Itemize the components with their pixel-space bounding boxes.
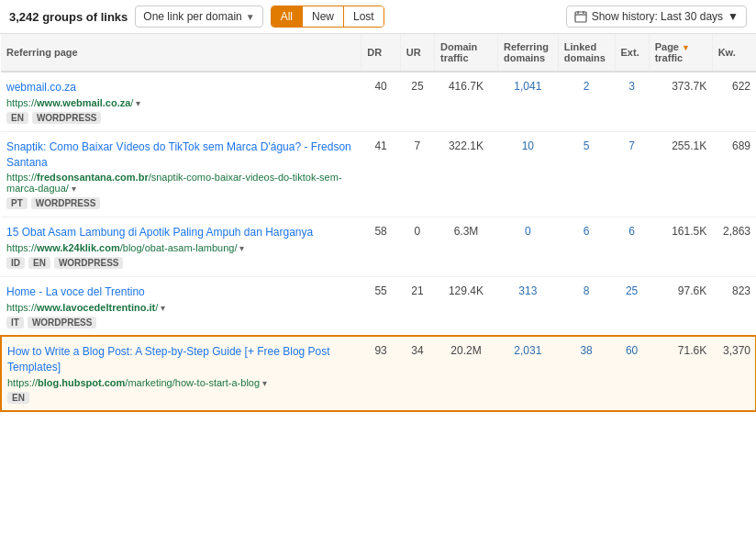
td-referring-domains-link[interactable]: 0 bbox=[525, 225, 531, 238]
th-page-traffic[interactable]: Page ▼traffic bbox=[649, 34, 712, 72]
show-history-dropdown[interactable]: Show history: Last 30 days ▼ bbox=[566, 6, 747, 28]
td-referring-domains[interactable]: 10 bbox=[497, 131, 558, 217]
td-ext-link[interactable]: 25 bbox=[626, 284, 638, 297]
tag-row: IDENWORDPRESS bbox=[6, 257, 356, 269]
filter-all-button[interactable]: All bbox=[272, 6, 303, 27]
filter-group: All New Lost bbox=[271, 6, 384, 28]
url-chevron-icon[interactable]: ▾ bbox=[69, 184, 76, 194]
td-referring-domains-link[interactable]: 1,041 bbox=[514, 80, 541, 93]
td-ext[interactable]: 60 bbox=[615, 336, 649, 411]
tag-badge: EN bbox=[6, 112, 28, 124]
page-title-link[interactable]: 15 Obat Asam Lambung di Apotik Paling Am… bbox=[6, 225, 356, 240]
svg-rect-0 bbox=[575, 12, 586, 22]
td-referring-domains[interactable]: 1,041 bbox=[497, 72, 558, 131]
url-chevron-icon[interactable]: ▾ bbox=[260, 378, 267, 388]
td-ext[interactable]: 6 bbox=[615, 217, 649, 277]
table-row: webmail.co.zahttps://www.webmail.co.za/ … bbox=[1, 72, 756, 131]
td-ur: 21 bbox=[400, 277, 434, 337]
tag-badge: WORDPRESS bbox=[31, 197, 101, 209]
table-header-row: Referring page DR UR Domaintraffic Refer… bbox=[1, 34, 756, 72]
page-url: https://www.k24klik.com/blog/obat-asam-l… bbox=[6, 242, 244, 253]
td-ext-link[interactable]: 3 bbox=[628, 80, 635, 93]
filter-new-button[interactable]: New bbox=[303, 6, 344, 27]
td-dr: 93 bbox=[361, 336, 400, 411]
td-kw: 689 bbox=[712, 131, 756, 217]
page-domain-link[interactable]: blog.hubspot.com bbox=[38, 377, 125, 388]
td-ext-link[interactable]: 60 bbox=[626, 344, 638, 357]
td-ext[interactable]: 25 bbox=[615, 277, 649, 337]
page-domain-link[interactable]: www.k24klik.com bbox=[37, 242, 120, 253]
td-linked-domains[interactable]: 5 bbox=[558, 131, 615, 217]
table-row: Home - La voce del Trentinohttps://www.l… bbox=[1, 277, 756, 337]
td-linked-domains[interactable]: 2 bbox=[558, 72, 615, 131]
td-dr: 41 bbox=[361, 131, 400, 217]
td-linked-domains-link[interactable]: 2 bbox=[584, 80, 590, 93]
td-ext-link[interactable]: 6 bbox=[628, 225, 635, 238]
chevron-down-icon: ▼ bbox=[246, 12, 255, 22]
td-linked-domains-link[interactable]: 5 bbox=[584, 139, 590, 152]
td-dr: 58 bbox=[361, 217, 400, 277]
td-kw: 622 bbox=[712, 72, 756, 131]
td-referring-domains-link[interactable]: 10 bbox=[522, 139, 534, 152]
table-row: 15 Obat Asam Lambung di Apotik Paling Am… bbox=[1, 217, 756, 277]
th-dr[interactable]: DR bbox=[361, 34, 400, 72]
td-referring-domains[interactable]: 2,031 bbox=[497, 336, 558, 411]
td-kw: 2,863 bbox=[712, 217, 756, 277]
td-linked-domains-link[interactable]: 6 bbox=[584, 225, 590, 238]
td-dr: 40 bbox=[361, 72, 400, 131]
tag-row: PTWORDPRESS bbox=[6, 197, 356, 209]
url-chevron-icon[interactable]: ▾ bbox=[158, 303, 165, 313]
table-wrapper: Referring page DR UR Domaintraffic Refer… bbox=[0, 34, 756, 412]
tag-row: ITWORDPRESS bbox=[6, 317, 356, 329]
tag-badge: WORDPRESS bbox=[54, 257, 124, 269]
page-domain-link[interactable]: fredsonsantana.com.br bbox=[37, 172, 149, 183]
td-referring-page: webmail.co.zahttps://www.webmail.co.za/ … bbox=[1, 72, 361, 131]
td-referring-domains-link[interactable]: 313 bbox=[518, 284, 537, 297]
td-referring-domains[interactable]: 0 bbox=[497, 217, 558, 277]
tag-badge: WORDPRESS bbox=[28, 317, 97, 329]
page-title-link[interactable]: Snaptik: Como Baixar Vídeos do TikTok se… bbox=[6, 139, 356, 171]
td-ext[interactable]: 7 bbox=[615, 131, 649, 217]
td-ext-link[interactable]: 7 bbox=[628, 139, 635, 152]
td-ur: 25 bbox=[400, 72, 434, 131]
th-referring-page[interactable]: Referring page bbox=[1, 34, 361, 72]
page-title-link[interactable]: How to Write a Blog Post: A Step-by-Step… bbox=[7, 344, 356, 375]
td-referring-domains[interactable]: 313 bbox=[497, 277, 558, 337]
tag-badge: PT bbox=[6, 197, 28, 209]
table-row: How to Write a Blog Post: A Step-by-Step… bbox=[1, 336, 756, 411]
td-page-traffic: 97.6K bbox=[649, 277, 712, 337]
page-url: https://fredsonsantana.com.br/snaptik-co… bbox=[6, 172, 356, 194]
filter-lost-button[interactable]: Lost bbox=[344, 6, 384, 27]
th-kw[interactable]: Kw. bbox=[712, 34, 756, 72]
one-link-per-domain-dropdown[interactable]: One link per domain ▼ bbox=[135, 6, 262, 28]
td-domain-traffic: 322.1K bbox=[434, 131, 497, 217]
groups-count-label: 3,242 groups of links bbox=[9, 10, 128, 24]
td-referring-page: How to Write a Blog Post: A Step-by-Step… bbox=[1, 336, 361, 411]
page-title-link[interactable]: webmail.co.za bbox=[6, 80, 356, 95]
td-linked-domains-link[interactable]: 38 bbox=[580, 344, 592, 357]
th-ur[interactable]: UR bbox=[400, 34, 434, 72]
td-linked-domains[interactable]: 6 bbox=[558, 217, 615, 277]
td-referring-page: Home - La voce del Trentinohttps://www.l… bbox=[1, 277, 361, 337]
td-linked-domains-link[interactable]: 8 bbox=[584, 284, 590, 297]
page-domain-link[interactable]: www.lavocedeltrentino.it bbox=[37, 302, 155, 313]
td-ext[interactable]: 3 bbox=[615, 72, 649, 131]
th-ext[interactable]: Ext. bbox=[615, 34, 649, 72]
td-kw: 823 bbox=[712, 277, 756, 337]
chevron-down-icon: ▼ bbox=[728, 10, 739, 23]
page-domain-link[interactable]: www.webmail.co.za bbox=[37, 97, 130, 108]
page-title-link[interactable]: Home - La voce del Trentino bbox=[6, 284, 356, 300]
page-url: https://www.lavocedeltrentino.it/ ▾ bbox=[6, 302, 165, 313]
toolbar: 3,242 groups of links One link per domai… bbox=[0, 0, 756, 34]
td-page-traffic: 255.1K bbox=[649, 131, 712, 217]
th-linked-domains[interactable]: Linkeddomains bbox=[558, 34, 615, 72]
th-domain-traffic[interactable]: Domaintraffic bbox=[434, 34, 497, 72]
td-linked-domains[interactable]: 8 bbox=[558, 277, 615, 337]
url-chevron-icon[interactable]: ▾ bbox=[133, 98, 140, 108]
td-linked-domains[interactable]: 38 bbox=[558, 336, 615, 411]
th-referring-domains[interactable]: Referringdomains bbox=[497, 34, 558, 72]
url-chevron-icon[interactable]: ▾ bbox=[238, 243, 245, 253]
td-referring-page: 15 Obat Asam Lambung di Apotik Paling Am… bbox=[1, 217, 361, 277]
tag-badge: EN bbox=[28, 257, 50, 269]
td-referring-domains-link[interactable]: 2,031 bbox=[514, 344, 541, 357]
